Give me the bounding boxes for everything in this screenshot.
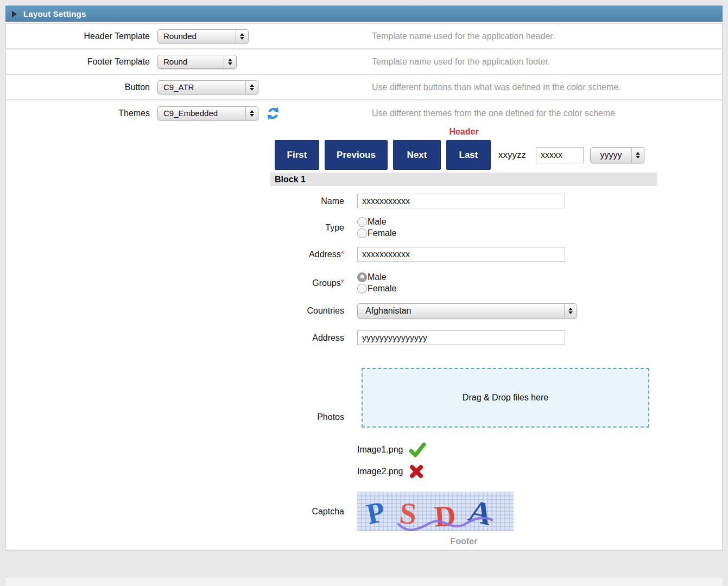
type-female-label: Female	[368, 228, 396, 238]
page-number-input[interactable]	[536, 147, 584, 163]
footer-template-label: Footer Template	[6, 57, 150, 67]
uploaded-files-list: Image1.png Image2.png	[357, 442, 657, 480]
expand-triangle-icon	[12, 11, 17, 17]
themes-description: Use different themes from the one define…	[372, 109, 615, 118]
page-size-select-value: yyyyy	[591, 148, 631, 163]
footer-template-row: Footer Template Round Template name used…	[6, 49, 722, 75]
block-title-bar: Block 1	[270, 173, 657, 186]
countries-select[interactable]: Afghanistan	[357, 303, 577, 319]
required-asterisk: *	[341, 250, 344, 259]
section-title: Layout Settings	[23, 9, 86, 18]
groups-male-radio[interactable]	[357, 272, 367, 282]
button-select-value: C9_ATR	[158, 81, 245, 94]
required-asterisk: *	[341, 278, 344, 288]
file-accepted-check-icon	[409, 442, 426, 457]
type-male-label: Male	[368, 217, 387, 227]
themes-row: Themes C9_Embedded	[6, 100, 722, 551]
address2-input[interactable]	[357, 330, 565, 345]
header-template-row: Header Template Rounded Template name us…	[6, 24, 722, 49]
header-template-select[interactable]: Rounded	[157, 29, 249, 43]
themes-select-value: C9_Embedded	[158, 107, 245, 120]
countries-select-value: Afghanistan	[358, 304, 564, 318]
photos-field-row: Photos Drag & Drop files here	[270, 368, 657, 428]
groups-male-label: Male	[368, 272, 387, 282]
address2-label: Address	[270, 333, 344, 343]
countries-label: Countries	[270, 306, 344, 316]
type-male-radio[interactable]	[357, 217, 367, 227]
dropzone-text: Drag & Drop files here	[463, 393, 548, 403]
page-size-select[interactable]: yyyyy	[590, 147, 644, 163]
first-button[interactable]: First	[275, 140, 319, 170]
theme-preview: Header First Previous Next Last xxyyzz y…	[270, 127, 657, 546]
button-row: Button C9_ATR Use different buttons than…	[6, 75, 722, 100]
select-arrows-icon	[236, 30, 248, 43]
file-dropzone[interactable]: Drag & Drop files here	[362, 368, 649, 428]
captcha-field-row: Captcha P S D A	[270, 492, 657, 531]
file-name: Image2.png	[357, 467, 403, 476]
groups-field-row: Groups* Male Female	[270, 272, 657, 294]
select-arrows-icon	[245, 107, 258, 120]
address1-input[interactable]	[357, 247, 565, 262]
previous-button[interactable]: Previous	[325, 140, 388, 170]
name-input[interactable]	[357, 194, 565, 208]
address2-field-row: Address	[270, 330, 657, 345]
groups-label: Groups	[312, 278, 340, 288]
select-arrows-icon	[224, 55, 236, 68]
select-arrows-icon	[245, 81, 258, 94]
preview-footer-label: Footer	[270, 537, 657, 546]
file-item: Image1.png	[357, 442, 657, 458]
next-button[interactable]: Next	[393, 140, 441, 170]
type-female-radio[interactable]	[357, 228, 367, 238]
last-button[interactable]: Last	[446, 140, 491, 170]
file-name: Image1.png	[357, 445, 403, 455]
next-section-strip	[5, 577, 723, 586]
type-label: Type	[270, 223, 344, 233]
header-template-description: Template name used for the application h…	[372, 31, 555, 41]
themes-select[interactable]: C9_Embedded	[157, 106, 258, 120]
select-arrows-icon	[631, 148, 644, 163]
refresh-icon[interactable]	[266, 106, 280, 120]
header-template-label: Header Template	[6, 31, 150, 41]
name-label: Name	[270, 196, 344, 206]
button-label: Button	[6, 82, 150, 92]
footer-template-description: Template name used for the application f…	[372, 57, 550, 67]
file-rejected-x-icon[interactable]	[409, 464, 424, 479]
countries-field-row: Countries Afghanistan	[270, 303, 657, 319]
groups-female-label: Female	[368, 284, 396, 294]
address1-field-row: Address*	[270, 247, 657, 262]
captcha-image: P S D A	[357, 492, 514, 531]
preview-nav-bar: First Previous Next Last xxyyzz yyyyy	[270, 140, 657, 170]
header-template-select-value: Rounded	[158, 30, 236, 43]
captcha-label: Captcha	[270, 507, 344, 517]
layout-settings-page: Layout Settings Header Template Rounded …	[0, 0, 728, 586]
preview-header-label: Header	[270, 127, 657, 137]
select-arrows-icon	[564, 304, 577, 318]
nav-info-text: xxyyzz	[498, 150, 526, 161]
layout-settings-section-header[interactable]: Layout Settings	[5, 5, 723, 22]
themes-label: Themes	[6, 109, 150, 118]
address1-label: Address	[309, 250, 341, 259]
footer-template-select[interactable]: Round	[157, 55, 237, 69]
groups-female-radio[interactable]	[357, 284, 367, 294]
name-field-row: Name	[270, 194, 657, 208]
type-field-row: Type Male Female	[270, 217, 657, 238]
footer-template-select-value: Round	[158, 55, 224, 68]
button-description: Use different buttons than what was defi…	[372, 82, 621, 92]
button-select[interactable]: C9_ATR	[157, 80, 258, 94]
photos-label: Photos	[270, 412, 344, 422]
file-item: Image2.png	[357, 463, 657, 480]
